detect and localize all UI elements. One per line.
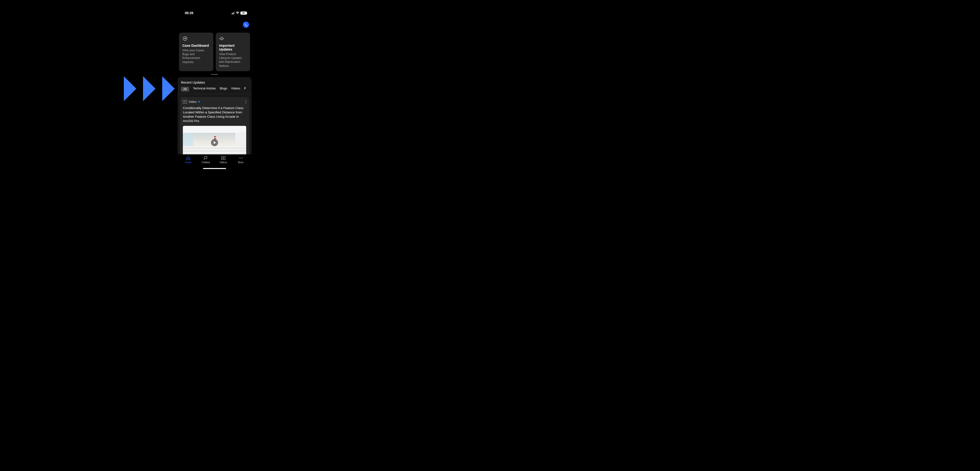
nav-label: Home [185, 161, 191, 164]
svg-rect-0 [231, 13, 232, 14]
nav-home[interactable]: Home [181, 156, 196, 170]
svg-point-9 [240, 158, 241, 159]
megaphone-icon [219, 36, 247, 41]
play-icon [211, 139, 218, 146]
svg-point-8 [239, 158, 240, 159]
video-badge-icon [183, 100, 187, 103]
unread-indicator [198, 101, 200, 103]
important-updates-card[interactable]: Important Updates View Product Lifecycle… [216, 33, 250, 71]
clock: 08:26 [185, 11, 193, 15]
nav-label: Chatbot [202, 161, 210, 164]
section-title: Recent Updates [178, 77, 251, 87]
arrow-icon [162, 76, 175, 101]
nav-label: More [238, 161, 243, 164]
video-title: Conditionally Determine if a Feature Cla… [183, 106, 246, 124]
home-indicator[interactable] [203, 168, 226, 169]
svg-rect-1 [232, 13, 233, 14]
chat-icon [204, 156, 208, 160]
status-bar: 08:26 85 [178, 10, 251, 16]
content-type-label: Video [189, 100, 197, 103]
svg-point-10 [242, 158, 243, 159]
cellular-icon [231, 12, 235, 14]
svg-rect-7 [221, 157, 225, 160]
battery-icon: 85 [240, 11, 247, 14]
drag-handle[interactable] [211, 74, 218, 75]
svg-rect-3 [234, 12, 235, 14]
nav-more[interactable]: More [234, 156, 248, 170]
more-menu-button[interactable] [245, 100, 246, 103]
card-title: Case Dashboard [182, 44, 210, 48]
video-card[interactable]: Video Conditionally Determine if a Featu… [180, 97, 249, 162]
tab-videos[interactable]: Videos [231, 87, 240, 92]
card-title: Important Updates [219, 44, 247, 51]
tab-blogs[interactable]: Blogs [220, 87, 227, 92]
arrow-icon [124, 76, 136, 101]
tab-all[interactable]: All [181, 87, 189, 92]
svg-rect-2 [233, 12, 234, 14]
dashboard-icon [182, 36, 210, 41]
tab-next[interactable]: P [244, 87, 246, 92]
home-icon [186, 156, 191, 160]
wifi-icon [235, 11, 239, 14]
card-description: View your Cases, Bugs and Enhancement re… [182, 48, 210, 64]
case-dashboard-card[interactable]: Case Dashboard View your Cases, Bugs and… [179, 33, 213, 71]
nav-label: Videos [220, 161, 227, 164]
phone-icon [245, 23, 248, 26]
phone-screen: 08:26 85 Case Dashboard View your Cases,… [178, 10, 251, 170]
pointer-arrows [124, 76, 175, 101]
card-description: View Product Lifecycle Updates and Depre… [219, 52, 247, 68]
recent-updates-section: Recent Updates All Technical Articles Bl… [178, 77, 251, 162]
call-button[interactable] [243, 22, 249, 28]
filter-tabs: All Technical Articles Blogs Videos P [178, 87, 251, 94]
more-icon [239, 156, 243, 160]
arrow-icon [143, 76, 156, 101]
video-icon [221, 156, 226, 160]
tab-technical-articles[interactable]: Technical Articles [193, 87, 216, 92]
